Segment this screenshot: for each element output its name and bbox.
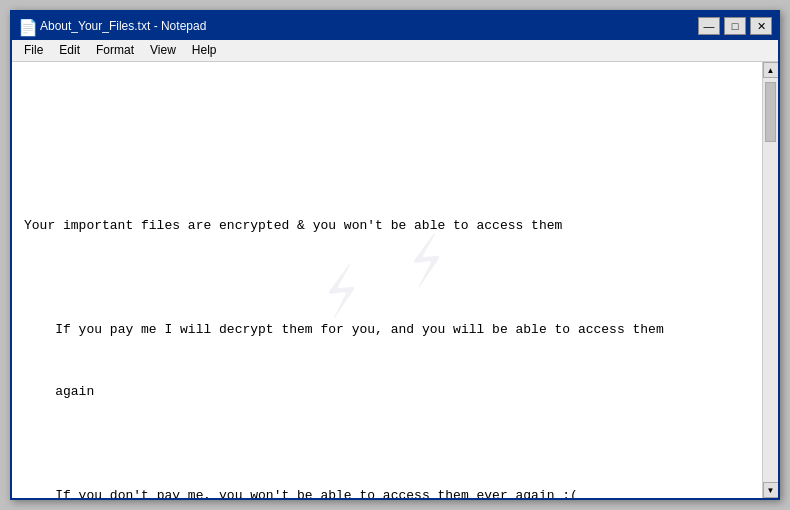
line-3: If you don't pay me, you won't be able t… bbox=[24, 486, 750, 498]
close-button[interactable]: ✕ bbox=[750, 17, 772, 35]
scrollbar[interactable]: ▲ ▼ bbox=[762, 62, 778, 498]
menu-view[interactable]: View bbox=[142, 42, 184, 59]
text-lines: Your important files are encrypted & you… bbox=[24, 174, 750, 498]
scroll-up-button[interactable]: ▲ bbox=[763, 62, 779, 78]
scroll-down-button[interactable]: ▼ bbox=[763, 482, 779, 498]
content-area: ⚡ ⚡ Your important files are encrypted &… bbox=[12, 62, 778, 498]
menu-file[interactable]: File bbox=[16, 42, 51, 59]
menu-bar: File Edit Format View Help bbox=[12, 40, 778, 62]
line-1: Your important files are encrypted & you… bbox=[24, 216, 750, 237]
window-title: About_Your_Files.txt - Notepad bbox=[40, 19, 206, 33]
menu-help[interactable]: Help bbox=[184, 42, 225, 59]
scrollbar-thumb[interactable] bbox=[765, 82, 776, 142]
menu-format[interactable]: Format bbox=[88, 42, 142, 59]
title-bar: 📄 About_Your_Files.txt - Notepad — □ ✕ bbox=[12, 12, 778, 40]
line-2b: again bbox=[24, 382, 750, 403]
minimize-button[interactable]: — bbox=[698, 17, 720, 35]
title-bar-left: 📄 About_Your_Files.txt - Notepad bbox=[18, 18, 206, 34]
menu-edit[interactable]: Edit bbox=[51, 42, 88, 59]
text-editor[interactable]: ⚡ ⚡ Your important files are encrypted &… bbox=[12, 62, 762, 498]
line-2: If you pay me I will decrypt them for yo… bbox=[24, 320, 750, 341]
scrollbar-track[interactable] bbox=[763, 78, 778, 482]
notepad-icon: 📄 bbox=[18, 18, 34, 34]
notepad-window: 📄 About_Your_Files.txt - Notepad — □ ✕ F… bbox=[10, 10, 780, 500]
window-controls: — □ ✕ bbox=[698, 17, 772, 35]
maximize-button[interactable]: □ bbox=[724, 17, 746, 35]
